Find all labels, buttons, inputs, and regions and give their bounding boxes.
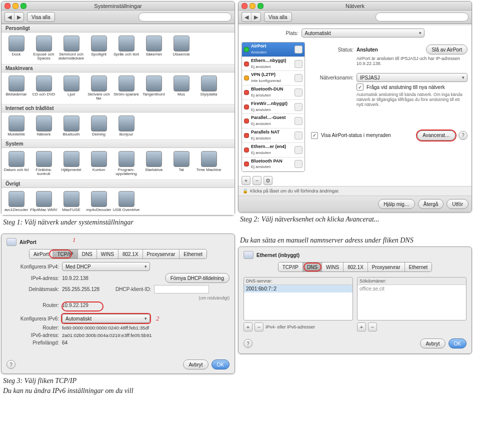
dns-servers-list[interactable]: DNS-servrar: 2001:6b0:7::2 — [244, 277, 353, 320]
interface-item[interactable]: Parallel…-GuestEj ansluten — [242, 114, 304, 128]
pref-item[interactable]: Flip4Mac WMV — [30, 191, 58, 212]
pref-item[interactable]: Bildskärmar — [2, 76, 30, 101]
pref-item[interactable]: Skrivbord och skärmsläckare — [58, 36, 85, 61]
pref-item[interactable]: Tangentbord — [140, 76, 168, 101]
dhcpid-input[interactable] — [154, 285, 209, 294]
pref-item[interactable]: Styrplatta — [195, 76, 222, 101]
tab-airport[interactable]: AirPort — [30, 250, 54, 258]
pref-item[interactable]: avc1Decoder — [2, 191, 30, 212]
tab-tcpip[interactable]: TCP/IP — [53, 250, 78, 258]
close-icon[interactable] — [242, 3, 248, 9]
pref-item[interactable]: Språk och text — [112, 36, 140, 61]
pref-item[interactable]: Startskiva — [140, 151, 168, 176]
tab-proxyservrar[interactable]: Proxyservrar — [143, 250, 180, 258]
interface-item[interactable]: Parallels NATEj ansluten — [242, 128, 304, 143]
airport-off-button[interactable]: Slå av AirPort — [426, 44, 468, 54]
network-name-select[interactable]: IPSJASJ — [356, 73, 468, 82]
domain-entry[interactable]: office.se.cit — [358, 285, 466, 292]
add-domain-button[interactable]: + — [357, 322, 366, 332]
search-domains-list[interactable]: Sökdomäner: office.se.cit — [357, 277, 466, 320]
cfg6-select[interactable]: Automatiskt — [62, 314, 150, 323]
interface-item[interactable]: Bluetooth PANEj ansluten — [242, 158, 304, 172]
tab-ethernet[interactable]: Ethernet — [180, 250, 206, 258]
search-input[interactable] — [138, 12, 232, 22]
nav-back-forward[interactable]: ◀ ▶ — [242, 12, 261, 22]
tab-wins[interactable]: WINS — [97, 250, 118, 258]
renew-lease-button[interactable]: Förnya DHCP-tilldelning — [165, 273, 230, 283]
pref-item[interactable]: Bluetooth — [58, 116, 85, 136]
lock-row[interactable]: 🔒 Klicka på låset om du vill förhindra ä… — [238, 186, 472, 196]
interface-item[interactable]: Ethern…er (en4)Ej ansluten — [242, 143, 304, 158]
dns-entry[interactable]: 2001:6b0:7::2 — [244, 285, 352, 292]
ok-button[interactable]: OK — [448, 338, 466, 348]
ok-button[interactable]: OK — [212, 360, 230, 370]
remove-domain-button[interactable]: − — [368, 322, 377, 332]
pref-item[interactable]: Konton — [85, 151, 112, 176]
forward-icon[interactable]: ▶ — [252, 12, 260, 22]
pref-item[interactable]: Utseende — [168, 36, 195, 61]
pref-item[interactable]: Ljud — [58, 76, 85, 101]
pref-item[interactable]: MobileMe — [2, 116, 30, 136]
pref-item[interactable]: Mus — [168, 76, 195, 101]
remove-interface-button[interactable]: − — [252, 176, 262, 185]
add-dns-button[interactable]: + — [244, 322, 252, 332]
cancel-button[interactable]: Avbryt — [420, 338, 445, 348]
close-icon[interactable] — [4, 3, 10, 9]
help-icon[interactable]: ? — [6, 360, 16, 369]
cfg4-select[interactable]: Med DHCP — [62, 262, 150, 271]
tab-8021x[interactable]: 802.1X — [118, 250, 143, 258]
pref-item[interactable]: MacFUSE — [58, 191, 85, 212]
interface-list[interactable]: AirPortAnslutenEthern…nbyggt)Ej ansluten… — [242, 42, 305, 172]
nav-back-forward[interactable]: ◀ ▶ — [4, 12, 24, 22]
back-icon[interactable]: ◀ — [242, 12, 252, 22]
tab-tcpip[interactable]: TCP/IP — [278, 262, 303, 272]
advanced-button[interactable]: Avancerat… — [417, 130, 456, 140]
pref-item[interactable]: Program-uppdatering — [112, 151, 140, 176]
interface-item[interactable]: VPN (L2TP)Inte konfigurerad — [242, 71, 304, 86]
add-interface-button[interactable]: + — [242, 176, 250, 185]
zoom-icon[interactable] — [20, 3, 26, 9]
minimize-icon[interactable] — [250, 3, 256, 9]
interface-item[interactable]: Ethern…nbyggt)Ej ansluten — [242, 57, 304, 72]
pref-item[interactable]: Föräldra-kontroll — [30, 151, 58, 176]
menubar-checkbox[interactable]: ✓ — [311, 132, 318, 139]
pref-item[interactable]: Time Machine — [195, 151, 222, 176]
interface-item[interactable]: Bluetooth-DUNEj ansluten — [242, 86, 304, 100]
pref-item[interactable]: Delning — [85, 116, 112, 136]
tab-proxyservrar[interactable]: Proxyservrar — [368, 262, 405, 272]
tab-dns[interactable]: DNS — [78, 250, 97, 258]
advanced-tabs[interactable]: TCP/IPDNSWINS802.1XProxyservrarEthernet — [278, 262, 432, 272]
pref-item[interactable]: Nätverk — [30, 116, 58, 136]
pref-item[interactable]: Säkerhet — [140, 36, 168, 61]
assist-button[interactable]: Hjälp mig… — [378, 199, 415, 209]
tab-ethernet[interactable]: Ethernet — [405, 262, 432, 272]
location-select[interactable]: Automatiskt — [302, 28, 424, 38]
apply-button[interactable]: Utför — [446, 199, 468, 209]
pref-item[interactable]: Spotlight — [85, 36, 112, 61]
pref-item[interactable]: Skrivare och fax — [85, 76, 112, 101]
ask-new-networks-checkbox[interactable]: ✓ — [356, 84, 364, 90]
pref-item[interactable]: Datum och tid — [2, 151, 30, 176]
forward-icon[interactable]: ▶ — [14, 12, 24, 22]
back-icon[interactable]: ◀ — [5, 12, 14, 22]
tab-wins[interactable]: WINS — [322, 262, 344, 272]
show-all-button[interactable]: Visa alla — [27, 12, 55, 22]
gear-icon[interactable]: ⚙ — [264, 176, 272, 185]
pref-item[interactable]: USB Overdrive — [112, 191, 140, 212]
pref-item[interactable]: Tal — [168, 151, 195, 176]
help-icon[interactable]: ? — [244, 339, 252, 348]
zoom-icon[interactable] — [258, 3, 264, 9]
pref-item[interactable]: Hjälpmedel — [58, 151, 85, 176]
search-input[interactable] — [376, 12, 468, 22]
advanced-tabs[interactable]: AirPortTCP/IPDNSWINS802.1XProxyservrarEt… — [29, 249, 207, 259]
pref-item[interactable]: Ström-sparare — [112, 76, 140, 101]
revert-button[interactable]: Återgå — [418, 199, 444, 209]
tab-8021x[interactable]: 802.1X — [344, 262, 368, 272]
pref-item[interactable]: Bonjour — [112, 116, 140, 136]
pref-item[interactable]: CD och DVD — [30, 76, 58, 101]
pref-item[interactable]: Exposé och Spaces — [30, 36, 58, 61]
pref-item[interactable]: mp4vDecoder — [85, 191, 112, 212]
interface-item[interactable]: FireWir…nbyggt)Ej ansluten — [242, 100, 304, 114]
remove-dns-button[interactable]: − — [254, 322, 264, 332]
help-icon[interactable]: ? — [458, 131, 468, 140]
